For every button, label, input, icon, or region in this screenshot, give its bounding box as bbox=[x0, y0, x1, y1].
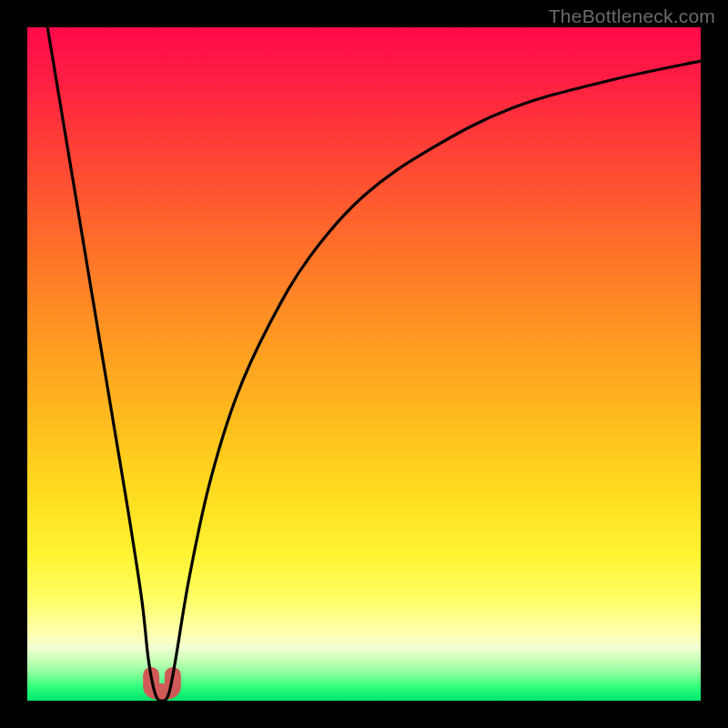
bottleneck-curve bbox=[47, 27, 701, 701]
watermark-text: TheBottleneck.com bbox=[549, 5, 715, 27]
chart-container: TheBottleneck.com bbox=[0, 0, 728, 728]
curve-layer bbox=[27, 27, 701, 701]
plot-area bbox=[27, 27, 701, 701]
